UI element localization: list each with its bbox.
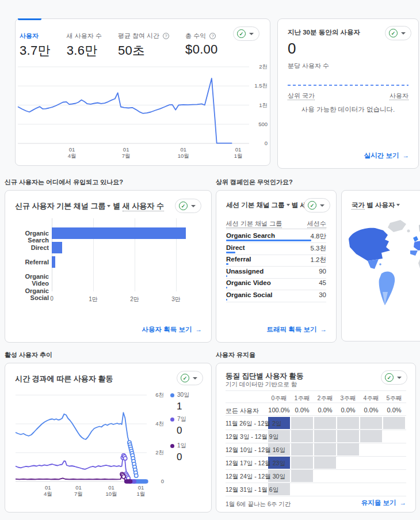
arrow-right-icon: → xyxy=(403,152,410,159)
view-retention-link[interactable]: 유지율 보기→ xyxy=(361,499,406,507)
countries-map-title[interactable]: 국가 별 사용자 xyxy=(352,201,400,210)
bar-category-label: Organic Social xyxy=(7,287,49,301)
section-active-users-trend: 활성 사용자 추이 xyxy=(5,351,52,359)
chevron-down-icon xyxy=(249,33,254,35)
cohort-cell xyxy=(291,457,313,469)
view-realtime-link[interactable]: 실시간 보기→ xyxy=(364,151,409,160)
metric-tab-2[interactable]: 평균 참여 시간 ?50초 xyxy=(118,32,169,59)
chevron-down-icon xyxy=(287,204,290,206)
svg-text:7월: 7월 xyxy=(74,491,83,497)
cohort-card: 동질 집단별 사용자 활동 기기 데이터만 기반으로 함 ✓ 1월 6에 끝나는… xyxy=(216,363,416,513)
svg-text:4천: 4천 xyxy=(155,420,164,427)
svg-text:01: 01 xyxy=(138,484,144,491)
check-circle-icon: ✓ xyxy=(308,201,316,210)
data-quality-dropdown[interactable]: ✓ xyxy=(304,198,330,212)
per-minute-empty-sparkline xyxy=(288,85,408,86)
svg-text:10월: 10월 xyxy=(105,491,117,497)
top-country-header[interactable]: 상위 국가 xyxy=(288,92,315,100)
users-line-chart: 2천1.5천1천5000014월017월0110월011월 xyxy=(16,60,271,164)
data-quality-dropdown[interactable]: ✓ xyxy=(385,26,411,40)
cohort-row-label: 12월 3일 - 12월 9일 xyxy=(226,433,278,441)
cohort-row-label: 12월 10일 - 12월 16일 xyxy=(226,446,285,454)
cohort-row-label: 11월 26일 - 12월 2일 xyxy=(226,420,281,428)
legend-dot-icon xyxy=(170,417,174,422)
cohort-title: 동질 집단별 사용자 활동 xyxy=(226,371,303,381)
svg-text:01: 01 xyxy=(181,146,187,153)
cohort-footer-note: 1월 6에 끝나는 6주 기간 xyxy=(226,500,291,508)
svg-text:2천: 2천 xyxy=(155,449,164,456)
svg-text:7월: 7월 xyxy=(122,153,131,159)
chevron-down-icon xyxy=(396,204,400,206)
arrow-right-icon: → xyxy=(400,499,407,506)
sessions-dim-header[interactable]: 세션 기본 채널 그룹 xyxy=(226,219,282,228)
cohort-cell xyxy=(314,417,336,429)
realtime-title: 지난 30분 동안의 사용자 xyxy=(288,28,360,37)
cohort-cell xyxy=(360,430,382,442)
cohort-cell xyxy=(291,430,313,442)
session-channel-row: Unassigned90 xyxy=(226,267,326,279)
all-users-value: 0.0% xyxy=(337,407,359,413)
arrow-right-icon: → xyxy=(196,326,203,333)
section-campaigns-question: 상위 캠페인은 무엇인가요? xyxy=(216,178,293,187)
data-quality-dropdown[interactable]: ✓ xyxy=(233,26,259,41)
check-circle-icon: ✓ xyxy=(389,29,398,37)
active-tab-indicator xyxy=(18,18,41,20)
svg-text:500: 500 xyxy=(258,121,268,127)
cohort-cell xyxy=(337,430,359,442)
countries-map-card: 국가 별 사용자 xyxy=(341,190,420,341)
week-col-header: 4주째 xyxy=(360,394,382,403)
metric-tab-1[interactable]: 새 사용자 수3.6만 xyxy=(67,32,102,59)
x-tick-label: 3만 xyxy=(171,295,181,303)
help-icon: ? xyxy=(163,33,169,39)
metric-tab-0[interactable]: 사용자3.7만 xyxy=(20,32,51,59)
legend-item-30일: 30일1 xyxy=(170,391,189,412)
all-users-label: 모든 사용자 xyxy=(226,407,259,415)
divider xyxy=(226,415,406,416)
svg-text:1월: 1월 xyxy=(137,491,146,497)
cohort-cell xyxy=(291,443,313,456)
svg-text:01: 01 xyxy=(69,146,75,153)
cohort-subtitle: 기기 데이터만 기반으로 함 xyxy=(226,381,297,389)
users-col-header[interactable]: 사용자 xyxy=(390,92,408,100)
data-quality-dropdown[interactable]: ✓ xyxy=(177,371,203,385)
data-quality-dropdown[interactable]: ✓ xyxy=(381,370,407,385)
session-channel-row: Organic Search4.8만 xyxy=(226,231,326,243)
cohort-cell xyxy=(360,417,382,429)
channel-mini-bar xyxy=(226,299,227,301)
week-col-header: 1주째 xyxy=(291,394,313,403)
cohort-cell xyxy=(314,443,336,456)
svg-text:01: 01 xyxy=(45,484,51,491)
no-data-message: 사용 가능한 데이터가 없습니다. xyxy=(278,105,418,114)
header-divider xyxy=(226,229,326,229)
divider xyxy=(226,390,406,391)
svg-text:01: 01 xyxy=(123,146,129,153)
check-circle-icon: ✓ xyxy=(385,373,394,382)
activity-card: 시간 경과에 따른 사용자 활동 ✓ 6천4천2천0014월017월0110월0… xyxy=(5,363,212,513)
new-users-card: 신규 사용자 기본 채널 그룹 별 새 사용자 수 ✓ 01만2만3만Organ… xyxy=(5,190,212,343)
world-map xyxy=(344,217,420,332)
sessions-card: 세션 기본 채널 그룹 별 세션수 ✓ 세션 기본 채널 그룹 세션수 Orga… xyxy=(216,190,337,343)
metric-tabs: 사용자3.7만새 사용자 수3.6만평균 참여 시간 ?50초총 수익 ?$0.… xyxy=(20,32,218,59)
channel-mini-bar xyxy=(226,287,227,289)
svg-text:0: 0 xyxy=(265,140,268,146)
svg-text:4월: 4월 xyxy=(44,491,52,497)
svg-text:1.5천: 1.5천 xyxy=(254,82,268,89)
divider xyxy=(226,483,406,483)
sessions-metric-header[interactable]: 세션수 xyxy=(307,219,326,228)
all-users-value: 100.0% xyxy=(268,407,290,413)
svg-text:4월: 4월 xyxy=(68,153,77,159)
cohort-row-label: 12월 31일 - 1월 6일 xyxy=(226,486,278,494)
activity-line-chart: 6천4천2천0014월017월0110월011월 xyxy=(5,389,167,502)
x-tick-label: 0 xyxy=(50,295,54,302)
view-traffic-acquisition-link[interactable]: 트래픽 획득 보기→ xyxy=(267,325,327,334)
week-col-header: 2주째 xyxy=(314,394,336,403)
all-users-value: 0.0% xyxy=(314,407,336,413)
bar-category-label: Direct xyxy=(7,244,49,251)
divider xyxy=(226,469,406,470)
metric-tab-3[interactable]: 총 수익 ?$0.00 xyxy=(185,32,218,59)
bar-category-label: Organic Search xyxy=(7,230,49,244)
all-users-value: 0.0% xyxy=(291,407,313,413)
bar xyxy=(52,256,55,268)
cohort-cell xyxy=(383,417,405,429)
view-user-acquisition-link[interactable]: 사용자 획득 보기→ xyxy=(142,325,202,334)
